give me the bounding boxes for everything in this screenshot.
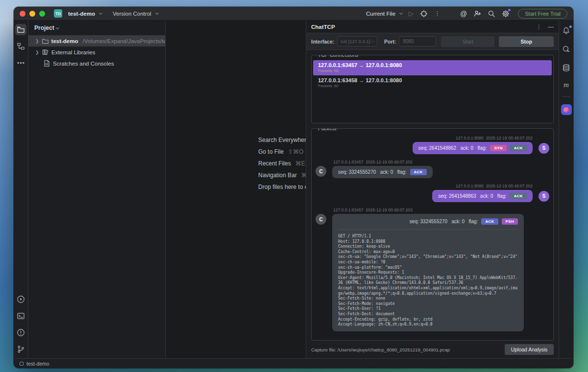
main-content: Project ❯ test-demo /Volumes/Expand/Java…: [14, 21, 573, 358]
chattcp-plugin-icon[interactable]: [561, 104, 572, 115]
chevron-down-icon: [371, 39, 374, 43]
status-project-name[interactable]: test-demo: [26, 361, 49, 367]
git-branch-icon[interactable]: [15, 344, 26, 355]
connection-address: 127.0.0.1:63457 → 127.0.0.1:8080: [318, 62, 547, 68]
connection-address: 127.0.0.1:63458 → 127.0.0.1:8080: [318, 77, 547, 83]
add-user-icon[interactable]: [473, 10, 481, 18]
ai-assistant-tool-icon[interactable]: [561, 44, 572, 55]
tree-item-name: External Libraries: [51, 49, 95, 55]
minimize-window-button[interactable]: [29, 11, 35, 17]
structure-tool-icon[interactable]: [15, 41, 26, 52]
project-panel: Project ❯ test-demo /Volumes/Expand/Java…: [28, 21, 166, 358]
run-config-selector[interactable]: Current File: [366, 11, 402, 17]
database-tool-icon[interactable]: [561, 62, 572, 73]
flag-badge-psh: PSH: [502, 218, 518, 225]
connection-packet-count: Packets: 68: [318, 69, 547, 73]
packet-message[interactable]: 127.0.0.1:63457 2025-12-19 00:49:07.203 …: [316, 208, 549, 331]
hint-go-to-file: Go to File ⇧⌘O: [258, 146, 306, 158]
flag-badge-ack: ACK: [410, 169, 427, 175]
hint-label: Search Everywhere: [258, 137, 306, 143]
settings-notification-dot: [508, 9, 511, 11]
capture-file-path: Capture file: /Users/wujiuye/chattcp_808…: [311, 347, 450, 352]
problems-tool-icon[interactable]: [15, 327, 26, 338]
run-icon[interactable]: ▷: [409, 10, 414, 17]
connection-packet-count: Packets: 60: [318, 84, 547, 88]
packet-message[interactable]: 127.0.0.1:8080 2025-12-19 00:49:07.202 s…: [316, 184, 549, 202]
flag-badge-ack: ACK: [481, 218, 498, 225]
start-free-trial-button[interactable]: Start Free Trial: [518, 9, 567, 19]
packet-bubble: seq: 3324555270 ack: 0 flag: ACK PSH GET…: [332, 214, 524, 331]
ai-assistant-icon[interactable]: @: [460, 10, 467, 17]
expand-chevron-icon[interactable]: ❯: [35, 50, 39, 55]
hint-label: Go to File: [258, 148, 284, 155]
panel-minimize-icon[interactable]: —: [548, 23, 554, 30]
panel-options-icon[interactable]: ⋮: [536, 23, 542, 30]
project-widget[interactable]: TD test-demo: [54, 9, 102, 18]
title-bar: TD test-demo Version Control Current Fil…: [14, 7, 573, 21]
hint-label: Navigation Bar: [258, 172, 297, 179]
tree-row-test-demo[interactable]: ❯ test-demo /Volumes/Expand/JavaProjects…: [28, 35, 165, 46]
chevron-down-icon: [155, 11, 159, 15]
server-avatar: S: [539, 191, 549, 202]
close-window-button[interactable]: [20, 11, 25, 17]
maven-tool-icon[interactable]: m: [564, 81, 569, 89]
settings-gear-icon[interactable]: [502, 10, 510, 18]
more-actions-icon[interactable]: ⋮: [434, 10, 441, 17]
vcs-label: Version Control: [113, 11, 151, 17]
hint-navigation-bar: Navigation Bar ⌘↑: [258, 169, 306, 181]
terminal-tool-icon[interactable]: [15, 310, 26, 322]
chattcp-panel: ChatTCP ⋮ — Interface: lo0 [127.0.0.1] P…: [306, 21, 559, 358]
folder-icon: [42, 37, 49, 45]
more-tool-windows-icon[interactable]: [15, 57, 26, 69]
project-name: test-demo: [68, 11, 95, 17]
hint-search-everywhere: Search Everywhere: [258, 134, 306, 146]
upload-analysis-button[interactable]: Upload Analysis: [505, 344, 554, 355]
packet-message[interactable]: 127.0.0.1:63457 2025-12-19 00:49:07.202 …: [316, 160, 549, 178]
packet-meta: 127.0.0.1:8080 2025-12-19 00:49:07.202: [456, 184, 533, 188]
client-avatar: C: [316, 214, 326, 225]
packets-title: Packets: [316, 128, 339, 131]
vcs-widget[interactable]: Version Control: [113, 11, 158, 17]
server-avatar: S: [539, 143, 549, 154]
editor-shortcut-hints: Search Everywhere Go to File ⇧⌘O Recent …: [258, 134, 306, 193]
search-icon[interactable]: [488, 10, 495, 18]
packet-meta: 127.0.0.1:63457 2025-12-19 00:49:07.203: [333, 208, 413, 212]
project-panel-header[interactable]: Project: [28, 21, 165, 35]
left-tool-strip: [14, 21, 28, 358]
window-controls: [20, 11, 45, 17]
tree-row-external-libraries[interactable]: ❯ External Libraries: [28, 46, 165, 58]
status-project-icon: [20, 362, 24, 366]
project-tool-icon[interactable]: [15, 24, 26, 35]
hint-keys: ⌘E: [295, 160, 305, 167]
tree-row-scratches[interactable]: Scratches and Consoles: [28, 58, 165, 69]
zoom-window-button[interactable]: [39, 11, 45, 17]
connection-row[interactable]: 127.0.0.1:63458 → 127.0.0.1:8080 Packets…: [313, 75, 552, 91]
chevron-down-icon: [56, 25, 59, 29]
run-tool-icon[interactable]: [15, 294, 26, 305]
right-tool-strip: m: [559, 21, 573, 358]
interface-select[interactable]: lo0 [127.0.0.1]: [337, 36, 377, 46]
packet-message[interactable]: 127.0.0.1:8080 2025-12-19 00:49:07.202 s…: [316, 136, 549, 154]
title-bar-right: Current File ▷ ⋮ @ Start Free Trial: [366, 9, 567, 19]
start-button[interactable]: Start: [441, 36, 494, 47]
packet-bubble: seq: 2641548863 ack: 0 flag: ACK: [432, 190, 533, 202]
tree-item-path: /Volumes/Expand/JavaProjects/test-demo: [83, 38, 166, 44]
flag-badge-syn: SYN: [490, 145, 506, 151]
packet-info: seq: 2641548862 ack: 0 flag:: [418, 145, 487, 151]
debug-icon[interactable]: [420, 10, 428, 18]
packet-meta: 127.0.0.1:8080 2025-12-19 00:49:07.202: [456, 136, 533, 140]
stop-button[interactable]: Stop: [499, 36, 554, 47]
port-input[interactable]: [399, 36, 436, 46]
hint-recent-files: Recent Files ⌘E: [258, 158, 306, 169]
tree-item-name: test-demo: [51, 38, 78, 44]
strip-divider: [563, 96, 570, 97]
chevron-down-icon: [399, 11, 403, 15]
chattcp-header: ChatTCP ⋮ —: [306, 21, 559, 33]
notifications-bell-icon[interactable]: [561, 25, 572, 36]
packet-info: seq: 3324555270 ack: 0 flag:: [338, 169, 407, 175]
interface-value: lo0 [127.0.0.1]: [341, 39, 370, 44]
connection-row[interactable]: 127.0.0.1:63457 → 127.0.0.1:8080 Packets…: [313, 60, 552, 75]
chevron-down-icon: [99, 11, 102, 15]
interface-label: Interface:: [311, 39, 334, 45]
expand-chevron-icon[interactable]: ❯: [35, 39, 39, 44]
